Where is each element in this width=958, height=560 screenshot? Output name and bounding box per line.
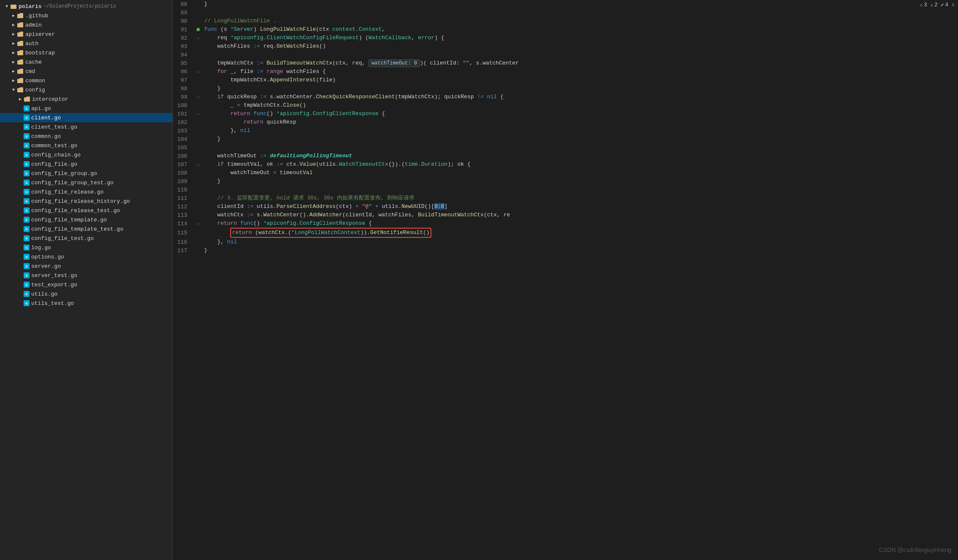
github-chevron: ▶ — [10, 12, 17, 19]
fold-marker: ○ — [197, 163, 199, 167]
sidebar-item-api-go[interactable]: ▶ G api.go — [0, 104, 172, 113]
cache-label: cache — [25, 59, 42, 65]
line-number: 89 — [173, 8, 194, 17]
config-label: config — [25, 87, 45, 93]
sidebar-item-utils-test-go[interactable]: ▶ G utils_test.go — [0, 299, 172, 308]
line-number: 95 — [173, 59, 194, 67]
github-label: .github — [25, 13, 48, 19]
sidebar-item-auth[interactable]: ▶ auth — [0, 39, 172, 48]
sidebar-item-config-file-group-go[interactable]: ▶ G config_file_group.go — [0, 169, 172, 178]
test-export-go-label: test_export.go — [31, 282, 77, 288]
config-file-release-history-go-label: config_file_release_history.go — [31, 198, 130, 205]
line-number: 111 — [173, 194, 194, 202]
sidebar-item-config-file-template-go[interactable]: ▶ G config_file_template.go — [0, 215, 172, 224]
line-number: 93 — [173, 42, 194, 51]
file-tree[interactable]: ▼ polaris ~/GolandProjects/polaris ▶ .gi… — [0, 0, 173, 560]
code-line: } — [202, 0, 958, 8]
gutter — [194, 143, 202, 152]
sidebar-item-config-chain-go[interactable]: ▶ G config_chain.go — [0, 150, 172, 159]
table-row: 110 — [173, 186, 958, 194]
options-go-icon: G — [24, 254, 30, 260]
line-number: 96 — [173, 67, 194, 76]
sidebar-item-common-test-go[interactable]: ▶ G common_test.go — [0, 141, 172, 150]
sidebar-item-server-go[interactable]: ▶ G server.go — [0, 261, 172, 271]
sidebar-item-config-file-release-test-go[interactable]: ▶ G config_file_release_test.go — [0, 206, 172, 215]
sidebar-item-github[interactable]: ▶ .github — [0, 11, 172, 20]
code-line — [202, 143, 958, 152]
root-chevron: ▼ — [3, 3, 10, 10]
table-row: 95 tmpWatchCtx := BuildTimeoutWatchCtx(c… — [173, 59, 958, 67]
line-number: 98 — [173, 84, 194, 93]
interceptor-label: interceptor — [32, 96, 68, 102]
admin-label: admin — [25, 22, 42, 28]
sidebar-item-config-file-group-test-go[interactable]: ▶ G config_file_group_test.go — [0, 178, 172, 187]
sidebar-item-apiserver[interactable]: ▶ apiserver — [0, 30, 172, 39]
code-line: return quickResp — [202, 118, 958, 127]
interceptor-folder-icon — [24, 96, 30, 102]
warning-number: 3 — [924, 2, 927, 8]
gutter — [194, 0, 202, 8]
config-file-release-history-go-icon: G — [24, 198, 30, 204]
sidebar-item-bootstrap[interactable]: ▶ bootstrap — [0, 48, 172, 57]
table-row: 97 tmpWatchCtx.AppendInterest(file) — [173, 76, 958, 84]
sidebar-item-config-file-template-test-go[interactable]: ▶ G config_file_template_test.go — [0, 224, 172, 234]
gutter — [194, 42, 202, 51]
sidebar-item-test-export-go[interactable]: ▶ G test_export.go — [0, 280, 172, 289]
gutter — [194, 177, 202, 186]
apiserver-chevron: ▶ — [10, 31, 17, 38]
code-line: tmpWatchCtx := BuildTimeoutWatchCtx(ctx,… — [202, 59, 958, 67]
client-test-go-icon: G — [24, 124, 30, 130]
warning-icon: ⚠ — [920, 2, 923, 8]
sidebar-item-config-file-release-history-go[interactable]: ▶ G config_file_release_history.go — [0, 197, 172, 206]
code-line: tmpWatchCtx.AppendInterest(file) — [202, 76, 958, 84]
sidebar-item-client-go[interactable]: ▶ G client.go — [0, 113, 172, 122]
config-file-test-go-label: config_file_test.go — [31, 235, 94, 242]
breakpoint-dot[interactable] — [196, 28, 200, 31]
sidebar-item-config-file-go[interactable]: ▶ G config_file.go — [0, 159, 172, 169]
line-number: 113 — [173, 211, 194, 219]
root-folder[interactable]: ▼ polaris ~/GolandProjects/polaris — [0, 2, 172, 11]
common-chevron: ▶ — [10, 77, 17, 84]
line-number: 103 — [173, 127, 194, 135]
common-test-go-icon: G — [24, 143, 30, 148]
table-row: 114 ○ return func() *apiconfig.ConfigCli… — [173, 219, 958, 228]
gutter — [194, 118, 202, 127]
sidebar-item-common-go[interactable]: ▶ G common.go — [0, 132, 172, 141]
table-row: 96 ○ for _, file := range watchFiles { — [173, 67, 958, 76]
config-chain-go-icon: G — [24, 152, 30, 158]
line-number: 102 — [173, 118, 194, 127]
common-go-icon: G — [24, 133, 30, 139]
config-file-go-label: config_file.go — [31, 161, 77, 167]
sidebar-item-options-go[interactable]: ▶ G options.go — [0, 252, 172, 261]
table-row: 117 } — [173, 246, 958, 255]
sidebar-item-config[interactable]: ▼ config — [0, 85, 172, 94]
code-editor[interactable]: ⚠ 3 ⚠ 2 ✔ 4 ∧ 88 } 89 — [173, 0, 958, 560]
utils-test-go-icon: G — [24, 300, 30, 306]
sidebar-item-cmd[interactable]: ▶ cmd — [0, 67, 172, 76]
sidebar-item-server-test-go[interactable]: ▶ G server_test.go — [0, 271, 172, 280]
highlighted-expression: return (watchCtx.(*LongPollWatchContext)… — [230, 228, 431, 238]
table-row: 90 // LongPullWatchFile . — [173, 17, 958, 25]
table-row: 102 return quickResp — [173, 118, 958, 127]
sidebar-item-interceptor[interactable]: ▶ interceptor — [0, 94, 172, 104]
line-number: 114 — [173, 219, 194, 228]
gutter: ○ — [194, 219, 202, 228]
client-go-label: client.go — [31, 115, 61, 121]
sidebar-item-utils-go[interactable]: ▶ G utils.go — [0, 289, 172, 299]
sidebar-item-client-test-go[interactable]: ▶ G client_test.go — [0, 122, 172, 132]
table-row: 109 } — [173, 177, 958, 186]
server-go-icon: G — [24, 263, 30, 269]
code-line: func (s *Server) LongPullWatchFile(ctx c… — [202, 25, 958, 34]
sidebar-item-admin[interactable]: ▶ admin — [0, 20, 172, 30]
code-line: watchCtx := s.WatchCenter().AddWatcher(c… — [202, 211, 958, 219]
expand-icon: ∧ — [952, 2, 955, 8]
config-file-template-test-go-label: config_file_template_test.go — [31, 226, 123, 232]
server-test-go-label: server_test.go — [31, 272, 77, 279]
gutter — [194, 152, 202, 160]
sidebar-item-config-file-release-go[interactable]: ▶ G config_file_release.go — [0, 187, 172, 197]
sidebar-item-config-file-test-go[interactable]: ▶ G config_file_test.go — [0, 234, 172, 243]
sidebar-item-common[interactable]: ▶ common — [0, 76, 172, 85]
sidebar-item-cache[interactable]: ▶ cache — [0, 57, 172, 67]
sidebar-item-log-go[interactable]: ▶ G log.go — [0, 243, 172, 252]
config-file-group-go-icon: G — [24, 170, 30, 176]
